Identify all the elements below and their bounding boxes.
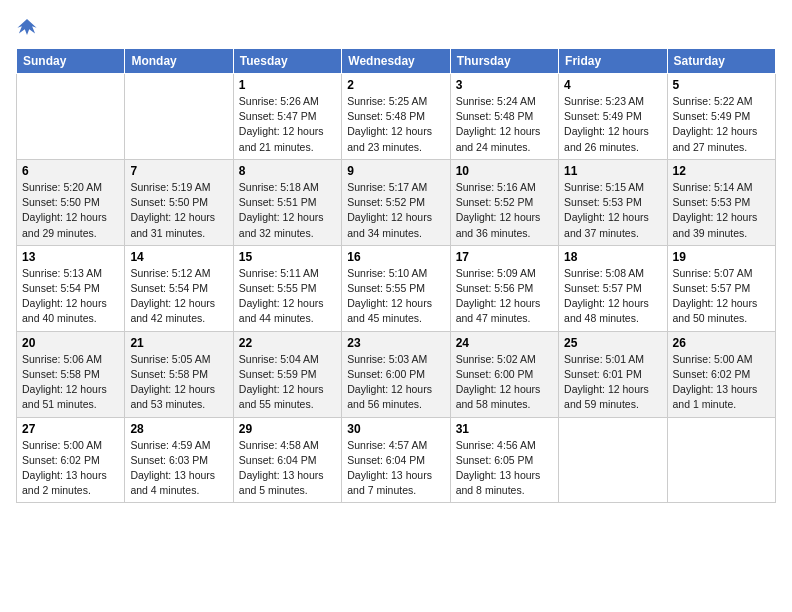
day-number: 10: [456, 164, 553, 178]
day-info: Sunrise: 5:05 AM Sunset: 5:58 PM Dayligh…: [130, 352, 227, 413]
column-header-sunday: Sunday: [17, 49, 125, 74]
day-number: 6: [22, 164, 119, 178]
logo: [16, 16, 42, 38]
calendar-cell: 8Sunrise: 5:18 AM Sunset: 5:51 PM Daylig…: [233, 159, 341, 245]
day-info: Sunrise: 5:13 AM Sunset: 5:54 PM Dayligh…: [22, 266, 119, 327]
calendar-cell: 25Sunrise: 5:01 AM Sunset: 6:01 PM Dayli…: [559, 331, 667, 417]
day-number: 3: [456, 78, 553, 92]
day-info: Sunrise: 5:23 AM Sunset: 5:49 PM Dayligh…: [564, 94, 661, 155]
day-number: 28: [130, 422, 227, 436]
calendar-cell: 9Sunrise: 5:17 AM Sunset: 5:52 PM Daylig…: [342, 159, 450, 245]
calendar-week-row: 20Sunrise: 5:06 AM Sunset: 5:58 PM Dayli…: [17, 331, 776, 417]
column-header-wednesday: Wednesday: [342, 49, 450, 74]
day-info: Sunrise: 5:01 AM Sunset: 6:01 PM Dayligh…: [564, 352, 661, 413]
column-header-thursday: Thursday: [450, 49, 558, 74]
calendar-cell: 4Sunrise: 5:23 AM Sunset: 5:49 PM Daylig…: [559, 74, 667, 160]
day-number: 7: [130, 164, 227, 178]
calendar-header-row: SundayMondayTuesdayWednesdayThursdayFrid…: [17, 49, 776, 74]
day-info: Sunrise: 5:16 AM Sunset: 5:52 PM Dayligh…: [456, 180, 553, 241]
day-number: 30: [347, 422, 444, 436]
day-number: 21: [130, 336, 227, 350]
calendar-cell: [559, 417, 667, 503]
day-number: 23: [347, 336, 444, 350]
calendar-cell: [667, 417, 775, 503]
day-number: 18: [564, 250, 661, 264]
day-info: Sunrise: 5:25 AM Sunset: 5:48 PM Dayligh…: [347, 94, 444, 155]
day-number: 24: [456, 336, 553, 350]
calendar-cell: 21Sunrise: 5:05 AM Sunset: 5:58 PM Dayli…: [125, 331, 233, 417]
calendar-cell: 15Sunrise: 5:11 AM Sunset: 5:55 PM Dayli…: [233, 245, 341, 331]
day-number: 17: [456, 250, 553, 264]
day-number: 19: [673, 250, 770, 264]
day-info: Sunrise: 5:17 AM Sunset: 5:52 PM Dayligh…: [347, 180, 444, 241]
day-info: Sunrise: 5:14 AM Sunset: 5:53 PM Dayligh…: [673, 180, 770, 241]
day-number: 5: [673, 78, 770, 92]
day-info: Sunrise: 5:20 AM Sunset: 5:50 PM Dayligh…: [22, 180, 119, 241]
calendar-cell: 6Sunrise: 5:20 AM Sunset: 5:50 PM Daylig…: [17, 159, 125, 245]
day-info: Sunrise: 5:26 AM Sunset: 5:47 PM Dayligh…: [239, 94, 336, 155]
day-info: Sunrise: 5:15 AM Sunset: 5:53 PM Dayligh…: [564, 180, 661, 241]
calendar-week-row: 1Sunrise: 5:26 AM Sunset: 5:47 PM Daylig…: [17, 74, 776, 160]
calendar-cell: [17, 74, 125, 160]
calendar-cell: 26Sunrise: 5:00 AM Sunset: 6:02 PM Dayli…: [667, 331, 775, 417]
calendar-cell: [125, 74, 233, 160]
calendar-cell: 10Sunrise: 5:16 AM Sunset: 5:52 PM Dayli…: [450, 159, 558, 245]
calendar-week-row: 13Sunrise: 5:13 AM Sunset: 5:54 PM Dayli…: [17, 245, 776, 331]
day-number: 29: [239, 422, 336, 436]
calendar-cell: 31Sunrise: 4:56 AM Sunset: 6:05 PM Dayli…: [450, 417, 558, 503]
day-info: Sunrise: 5:00 AM Sunset: 6:02 PM Dayligh…: [673, 352, 770, 413]
svg-marker-0: [17, 19, 36, 35]
day-info: Sunrise: 4:59 AM Sunset: 6:03 PM Dayligh…: [130, 438, 227, 499]
day-info: Sunrise: 4:57 AM Sunset: 6:04 PM Dayligh…: [347, 438, 444, 499]
day-number: 1: [239, 78, 336, 92]
calendar-cell: 16Sunrise: 5:10 AM Sunset: 5:55 PM Dayli…: [342, 245, 450, 331]
day-info: Sunrise: 5:09 AM Sunset: 5:56 PM Dayligh…: [456, 266, 553, 327]
day-number: 16: [347, 250, 444, 264]
calendar-week-row: 6Sunrise: 5:20 AM Sunset: 5:50 PM Daylig…: [17, 159, 776, 245]
day-number: 9: [347, 164, 444, 178]
calendar-cell: 11Sunrise: 5:15 AM Sunset: 5:53 PM Dayli…: [559, 159, 667, 245]
calendar-cell: 27Sunrise: 5:00 AM Sunset: 6:02 PM Dayli…: [17, 417, 125, 503]
calendar-cell: 22Sunrise: 5:04 AM Sunset: 5:59 PM Dayli…: [233, 331, 341, 417]
calendar-cell: 7Sunrise: 5:19 AM Sunset: 5:50 PM Daylig…: [125, 159, 233, 245]
day-number: 14: [130, 250, 227, 264]
calendar-cell: 2Sunrise: 5:25 AM Sunset: 5:48 PM Daylig…: [342, 74, 450, 160]
day-number: 31: [456, 422, 553, 436]
day-number: 2: [347, 78, 444, 92]
day-info: Sunrise: 5:07 AM Sunset: 5:57 PM Dayligh…: [673, 266, 770, 327]
day-number: 26: [673, 336, 770, 350]
day-number: 15: [239, 250, 336, 264]
day-info: Sunrise: 5:18 AM Sunset: 5:51 PM Dayligh…: [239, 180, 336, 241]
calendar-cell: 20Sunrise: 5:06 AM Sunset: 5:58 PM Dayli…: [17, 331, 125, 417]
page-header: [16, 16, 776, 38]
day-number: 12: [673, 164, 770, 178]
calendar-cell: 28Sunrise: 4:59 AM Sunset: 6:03 PM Dayli…: [125, 417, 233, 503]
calendar-cell: 17Sunrise: 5:09 AM Sunset: 5:56 PM Dayli…: [450, 245, 558, 331]
calendar-cell: 29Sunrise: 4:58 AM Sunset: 6:04 PM Dayli…: [233, 417, 341, 503]
day-number: 22: [239, 336, 336, 350]
day-info: Sunrise: 5:19 AM Sunset: 5:50 PM Dayligh…: [130, 180, 227, 241]
calendar-week-row: 27Sunrise: 5:00 AM Sunset: 6:02 PM Dayli…: [17, 417, 776, 503]
day-info: Sunrise: 5:04 AM Sunset: 5:59 PM Dayligh…: [239, 352, 336, 413]
day-number: 25: [564, 336, 661, 350]
calendar-cell: 14Sunrise: 5:12 AM Sunset: 5:54 PM Dayli…: [125, 245, 233, 331]
column-header-monday: Monday: [125, 49, 233, 74]
calendar-cell: 18Sunrise: 5:08 AM Sunset: 5:57 PM Dayli…: [559, 245, 667, 331]
day-info: Sunrise: 5:12 AM Sunset: 5:54 PM Dayligh…: [130, 266, 227, 327]
day-info: Sunrise: 5:11 AM Sunset: 5:55 PM Dayligh…: [239, 266, 336, 327]
day-number: 27: [22, 422, 119, 436]
logo-bird-icon: [16, 16, 38, 38]
calendar-cell: 24Sunrise: 5:02 AM Sunset: 6:00 PM Dayli…: [450, 331, 558, 417]
day-number: 4: [564, 78, 661, 92]
day-info: Sunrise: 4:56 AM Sunset: 6:05 PM Dayligh…: [456, 438, 553, 499]
day-number: 8: [239, 164, 336, 178]
calendar-table: SundayMondayTuesdayWednesdayThursdayFrid…: [16, 48, 776, 503]
day-info: Sunrise: 5:00 AM Sunset: 6:02 PM Dayligh…: [22, 438, 119, 499]
day-info: Sunrise: 4:58 AM Sunset: 6:04 PM Dayligh…: [239, 438, 336, 499]
day-info: Sunrise: 5:22 AM Sunset: 5:49 PM Dayligh…: [673, 94, 770, 155]
day-info: Sunrise: 5:02 AM Sunset: 6:00 PM Dayligh…: [456, 352, 553, 413]
day-info: Sunrise: 5:24 AM Sunset: 5:48 PM Dayligh…: [456, 94, 553, 155]
calendar-cell: 19Sunrise: 5:07 AM Sunset: 5:57 PM Dayli…: [667, 245, 775, 331]
calendar-cell: 1Sunrise: 5:26 AM Sunset: 5:47 PM Daylig…: [233, 74, 341, 160]
calendar-cell: 3Sunrise: 5:24 AM Sunset: 5:48 PM Daylig…: [450, 74, 558, 160]
